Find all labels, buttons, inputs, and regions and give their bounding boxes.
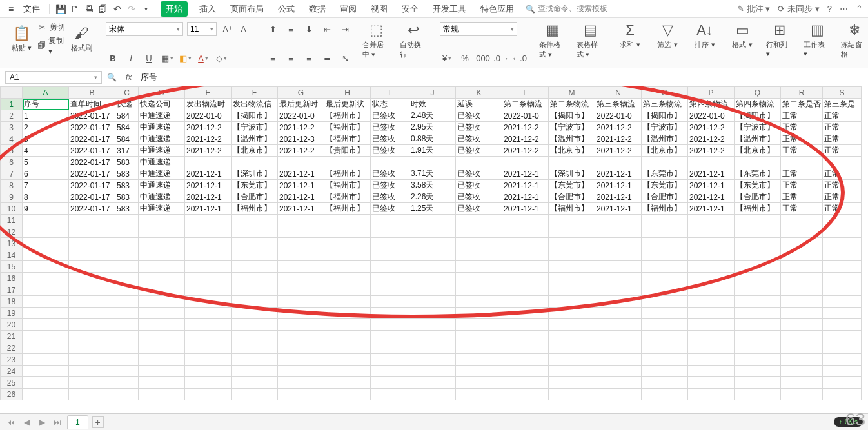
cell-A3[interactable]: 2 [23, 122, 69, 133]
undo-icon[interactable]: ↶ [112, 3, 123, 15]
cell-B8[interactable]: 2022-01-17 [69, 180, 115, 191]
cell-H26[interactable] [324, 389, 371, 400]
sync-button[interactable]: ⟳ 未同步 ▾ [778, 3, 820, 15]
cell-G17[interactable] [278, 284, 324, 296]
cell-Q14[interactable] [735, 249, 781, 261]
cell-H24[interactable] [324, 366, 371, 377]
cell-F22[interactable] [232, 342, 278, 354]
sheet-tab[interactable]: 1 [67, 415, 88, 429]
cell-B14[interactable] [69, 249, 115, 261]
col-header-L[interactable]: L [502, 87, 549, 99]
cell-A20[interactable] [23, 319, 69, 331]
cell-C14[interactable] [115, 249, 139, 261]
cell-S12[interactable] [823, 226, 862, 238]
cell-F24[interactable] [232, 366, 278, 377]
row-header-7[interactable]: 7 [1, 168, 23, 180]
row-header-19[interactable]: 19 [1, 308, 23, 319]
cell-E4[interactable]: 2021-12-2 [185, 133, 232, 145]
cell-P5[interactable]: 2021-12-2 [688, 145, 735, 157]
cell-K12[interactable] [456, 226, 502, 238]
cell-H16[interactable] [324, 273, 371, 284]
cell-C3[interactable]: 584 [115, 122, 139, 133]
cell-K14[interactable] [456, 249, 502, 261]
cell-L12[interactable] [502, 226, 549, 238]
cell-F26[interactable] [232, 389, 278, 400]
cell-S5[interactable]: 正常 [823, 145, 862, 157]
cell-Q3[interactable]: 【宁波市】 [735, 122, 781, 133]
cell-J24[interactable] [409, 366, 456, 377]
currency-icon[interactable]: ¥▾ [440, 51, 454, 65]
cell-R17[interactable] [781, 284, 823, 296]
cell-L14[interactable] [502, 249, 549, 261]
cell-H25[interactable] [324, 377, 371, 389]
cell-A17[interactable] [23, 284, 69, 296]
cell-J22[interactable] [409, 342, 456, 354]
cell-R21[interactable] [781, 331, 823, 342]
cell-F10[interactable]: 【福州市】 [232, 203, 278, 215]
print-preview-icon[interactable]: 🗋 [69, 3, 81, 15]
cell-R6[interactable] [781, 157, 823, 168]
cell-M3[interactable]: 【宁波市】 [549, 122, 595, 133]
col-header-B[interactable]: B [69, 87, 115, 99]
cell-H9[interactable]: 【福州市】 [324, 191, 371, 203]
row-header-21[interactable]: 21 [1, 331, 23, 342]
ribbon-tab-4[interactable]: 数据 [306, 1, 328, 17]
cell-F13[interactable] [232, 238, 278, 249]
cell-A13[interactable] [23, 238, 69, 249]
col-header-R[interactable]: R [781, 87, 823, 99]
cell-L9[interactable]: 2021-12-1 [502, 191, 549, 203]
cell-F17[interactable] [232, 284, 278, 296]
cell-H19[interactable] [324, 308, 371, 319]
cell-H3[interactable]: 【福州市】 [324, 122, 371, 133]
cell-L21[interactable] [502, 331, 549, 342]
ribbon-tab-6[interactable]: 视图 [368, 1, 390, 17]
cell-S11[interactable] [823, 215, 862, 226]
cell-S22[interactable] [823, 342, 862, 354]
cell-C6[interactable]: 583 [115, 157, 139, 168]
ribbon-tab-0[interactable]: 开始 [161, 1, 188, 17]
cell-C23[interactable] [115, 354, 139, 366]
cell-E1[interactable]: 发出物流时 [185, 99, 232, 110]
col-header-N[interactable]: N [595, 87, 642, 99]
cell-G2[interactable]: 2022-01-0 [278, 110, 324, 122]
cell-C10[interactable]: 583 [115, 203, 139, 215]
cell-O23[interactable] [642, 354, 688, 366]
cell-E11[interactable] [185, 215, 232, 226]
border-icon[interactable]: ▦▾ [160, 51, 174, 65]
cell-C12[interactable] [115, 226, 139, 238]
cell-F8[interactable]: 【东莞市】 [232, 180, 278, 191]
cell-I10[interactable]: 已签收 [371, 203, 409, 215]
cell-L7[interactable]: 2021-12-1 [502, 168, 549, 180]
cell-K19[interactable] [456, 308, 502, 319]
cell-Q1[interactable]: 第四条物流 [735, 99, 781, 110]
filter-button[interactable]: ▽筛选 ▾ [654, 22, 681, 50]
cell-M2[interactable]: 【揭阳市】 [549, 110, 595, 122]
cell-R3[interactable]: 正常 [781, 122, 823, 133]
cell-O9[interactable]: 【合肥市】 [642, 191, 688, 203]
cell-A9[interactable]: 8 [23, 191, 69, 203]
cell-S9[interactable]: 正常 [823, 191, 862, 203]
cell-K20[interactable] [456, 319, 502, 331]
align-left-icon[interactable]: ≡ [266, 51, 280, 65]
save-icon[interactable]: 💾 [55, 3, 66, 15]
cell-C7[interactable]: 583 [115, 168, 139, 180]
cell-L4[interactable]: 2021-12-2 [502, 133, 549, 145]
cell-F7[interactable]: 【深圳市】 [232, 168, 278, 180]
fx-icon[interactable]: fx [126, 73, 132, 82]
cell-N1[interactable]: 第三条物流 [595, 99, 642, 110]
cell-H13[interactable] [324, 238, 371, 249]
paste-button[interactable]: 📋粘贴 ▾ [10, 25, 33, 53]
cell-D12[interactable] [139, 226, 185, 238]
cell-S16[interactable] [823, 273, 862, 284]
table-style-button[interactable]: ▤表格样式 ▾ [577, 22, 604, 59]
cell-P2[interactable]: 2022-01-0 [688, 110, 735, 122]
cell-A16[interactable] [23, 273, 69, 284]
cell-G15[interactable] [278, 261, 324, 273]
cell-J18[interactable] [409, 296, 456, 308]
qat-more-icon[interactable]: ▾ [140, 3, 152, 15]
collapse-ribbon-icon[interactable]: ⌃ [856, 4, 863, 14]
cell-H20[interactable] [324, 319, 371, 331]
row-header-8[interactable]: 8 [1, 180, 23, 191]
cell-I17[interactable] [371, 284, 409, 296]
cell-E20[interactable] [185, 319, 232, 331]
